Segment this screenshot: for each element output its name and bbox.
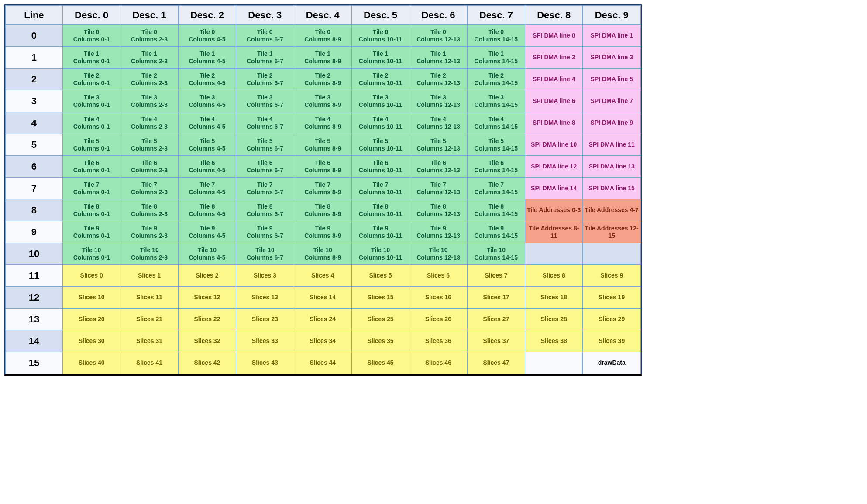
tile-cell: Tile 6Columns 2-3 [120, 156, 178, 178]
tile-cell: Tile 1Columns 4-5 [178, 47, 236, 69]
tile-cell: Tile 0Columns 4-5 [178, 25, 236, 47]
tile-cell: Tile 7Columns 2-3 [120, 178, 178, 199]
tile-cell: Tile 2Columns 10-11 [351, 69, 409, 90]
spi-dma-cell: SPI DMA line 0 [525, 25, 583, 47]
tile-cell: Tile 3Columns 0-1 [62, 90, 120, 112]
slice-cell: Slices 13 [236, 287, 294, 309]
tile-cell: Tile 3Columns 2-3 [120, 90, 178, 112]
line-number: 7 [6, 178, 63, 199]
tile-cell: Tile 7Columns 0-1 [62, 178, 120, 199]
line-number: 0 [6, 25, 63, 47]
tile-cell: Tile 1Columns 6-7 [236, 47, 294, 69]
line-number: 12 [6, 287, 63, 309]
slice-cell: Slices 14 [294, 287, 351, 309]
slice-cell: Slices 0 [62, 265, 120, 287]
tile-cell: Tile 8Columns 6-7 [236, 199, 294, 221]
tile-cell: Tile 6Columns 10-11 [351, 156, 409, 178]
tile-cell: Tile 3Columns 6-7 [236, 90, 294, 112]
slice-cell: Slices 3 [236, 265, 294, 287]
spi-dma-cell: SPI DMA line 12 [525, 156, 583, 178]
tile-cell: Tile 0Columns 0-1 [62, 25, 120, 47]
tile-cell: Tile 6Columns 0-1 [62, 156, 120, 178]
tile-cell: Tile 5Columns 0-1 [62, 134, 120, 156]
spi-dma-cell: SPI DMA line 8 [525, 112, 583, 134]
slice-cell: Slices 5 [351, 265, 409, 287]
tile-cell: Tile 9Columns 14-15 [467, 221, 525, 243]
tile-cell: Tile 2Columns 0-1 [62, 69, 120, 90]
slice-cell: Slices 43 [236, 352, 294, 374]
slice-cell: Slices 19 [583, 287, 641, 309]
tile-cell: Tile 10Columns 14-15 [467, 243, 525, 265]
line-number: 1 [6, 47, 63, 69]
tile-cell: Tile 2Columns 12-13 [409, 69, 467, 90]
tile-cell: Tile 10Columns 12-13 [409, 243, 467, 265]
slice-cell: Slices 27 [467, 309, 525, 330]
tile-cell: Tile 2Columns 14-15 [467, 69, 525, 90]
tile-cell: Tile 8Columns 8-9 [294, 199, 351, 221]
slice-cell: Slices 18 [525, 287, 583, 309]
slice-cell: Slices 1 [120, 265, 178, 287]
tile-cell: Tile 4Columns 12-13 [409, 112, 467, 134]
slice-cell: Slices 9 [583, 265, 641, 287]
tile-cell: Tile 3Columns 4-5 [178, 90, 236, 112]
slice-cell: Slices 22 [178, 309, 236, 330]
tile-cell: Tile 8Columns 14-15 [467, 199, 525, 221]
tile-cell: Tile 6Columns 12-13 [409, 156, 467, 178]
tile-cell: Tile 8Columns 2-3 [120, 199, 178, 221]
header-desc-0: Desc. 0 [62, 6, 120, 25]
slice-cell: Slices 37 [467, 330, 525, 352]
tile-cell: Tile 2Columns 8-9 [294, 69, 351, 90]
tile-cell: Tile 7Columns 4-5 [178, 178, 236, 199]
header-desc-9: Desc. 9 [583, 6, 641, 25]
slice-cell: Slices 15 [351, 287, 409, 309]
slice-cell: Slices 21 [120, 309, 178, 330]
tile-cell: Tile 6Columns 8-9 [294, 156, 351, 178]
slice-cell: Slices 23 [236, 309, 294, 330]
tile-cell: Tile 6Columns 14-15 [467, 156, 525, 178]
tile-cell: Tile 7Columns 12-13 [409, 178, 467, 199]
tile-cell: Tile 9Columns 2-3 [120, 221, 178, 243]
tile-addr-cell: Tile Addresses 12-15 [583, 221, 641, 243]
spi-dma-cell: SPI DMA line 9 [583, 112, 641, 134]
tile-cell: Tile 10Columns 6-7 [236, 243, 294, 265]
tile-cell: Tile 5Columns 2-3 [120, 134, 178, 156]
tile-cell: Tile 1Columns 10-11 [351, 47, 409, 69]
line-number: 9 [6, 221, 63, 243]
tile-cell: Tile 10Columns 0-1 [62, 243, 120, 265]
line-number: 2 [6, 69, 63, 90]
header-desc-7: Desc. 7 [467, 6, 525, 25]
tile-cell: Tile 0Columns 10-11 [351, 25, 409, 47]
line-number: 5 [6, 134, 63, 156]
tile-cell: Tile 1Columns 12-13 [409, 47, 467, 69]
tile-cell: Tile 4Columns 8-9 [294, 112, 351, 134]
slice-cell: Slices 31 [120, 330, 178, 352]
slice-cell: Slices 8 [525, 265, 583, 287]
slice-cell: Slices 33 [236, 330, 294, 352]
tile-addr-cell: Tile Addresses 0-3 [525, 199, 583, 221]
spi-dma-cell: SPI DMA line 14 [525, 178, 583, 199]
slice-cell: Slices 12 [178, 287, 236, 309]
slice-cell: Slices 16 [409, 287, 467, 309]
tile-cell: Tile 4Columns 10-11 [351, 112, 409, 134]
line-number: 10 [6, 243, 63, 265]
tile-addr-cell: Tile Addresses 4-7 [583, 199, 641, 221]
tile-cell: Tile 9Columns 12-13 [409, 221, 467, 243]
tile-cell: Tile 0Columns 14-15 [467, 25, 525, 47]
slice-cell: Slices 32 [178, 330, 236, 352]
spi-dma-cell: SPI DMA line 1 [583, 25, 641, 47]
empty-cell [525, 243, 583, 265]
header-desc-6: Desc. 6 [409, 6, 467, 25]
slice-cell: Slices 30 [62, 330, 120, 352]
slice-cell: Slices 40 [62, 352, 120, 374]
tile-cell: Tile 10Columns 2-3 [120, 243, 178, 265]
tile-cell: Tile 7Columns 6-7 [236, 178, 294, 199]
tile-cell: Tile 2Columns 2-3 [120, 69, 178, 90]
header-desc-1: Desc. 1 [120, 6, 178, 25]
table: LineDesc. 0Desc. 1Desc. 2Desc. 3Desc. 4D… [5, 5, 641, 374]
slice-cell: Slices 35 [351, 330, 409, 352]
slice-cell: Slices 42 [178, 352, 236, 374]
tile-cell: Tile 7Columns 14-15 [467, 178, 525, 199]
slice-cell: Slices 24 [294, 309, 351, 330]
tile-cell: Tile 10Columns 8-9 [294, 243, 351, 265]
slice-cell: Slices 36 [409, 330, 467, 352]
